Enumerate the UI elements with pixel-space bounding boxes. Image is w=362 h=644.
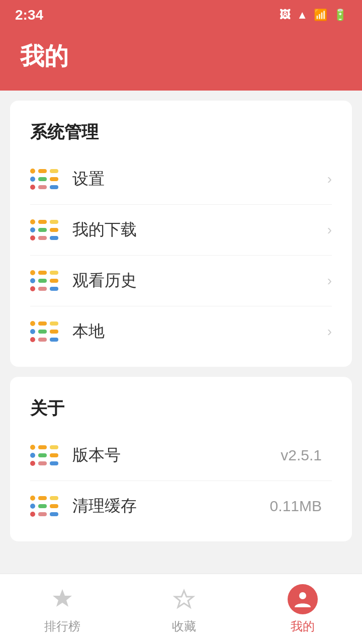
svg-point-0 bbox=[299, 592, 306, 599]
section-title-about: 关于 bbox=[30, 397, 332, 420]
version-icon bbox=[30, 441, 58, 469]
status-bar: 2:34 🖼 ▲ 📶 🔋 bbox=[0, 0, 362, 30]
downloads-icon bbox=[30, 216, 58, 244]
local-label: 本地 bbox=[72, 320, 327, 343]
menu-item-local[interactable]: 本地 › bbox=[30, 306, 332, 357]
menu-item-downloads[interactable]: 我的下载 › bbox=[30, 205, 332, 256]
clear-cache-value: 0.11MB bbox=[270, 498, 322, 515]
menu-item-settings[interactable]: 设置 › bbox=[30, 154, 332, 205]
content-area: 系统管理 设置 › bbox=[0, 91, 362, 644]
nav-item-favorites[interactable]: 收藏 bbox=[169, 584, 199, 634]
downloads-arrow: › bbox=[327, 222, 332, 238]
ranking-label: 排行榜 bbox=[44, 618, 80, 634]
version-label: 版本号 bbox=[72, 444, 281, 466]
system-management-card: 系统管理 设置 › bbox=[10, 101, 352, 367]
status-time: 2:34 bbox=[15, 7, 43, 23]
history-label: 观看历史 bbox=[72, 270, 327, 292]
about-card: 关于 版本号 v2. bbox=[10, 377, 352, 541]
ranking-icon bbox=[47, 584, 77, 614]
favorites-label: 收藏 bbox=[172, 618, 196, 634]
settings-icon bbox=[30, 165, 58, 193]
favorites-icon bbox=[169, 584, 199, 614]
menu-item-clear-cache[interactable]: 清理缓存 0.11MB bbox=[30, 481, 332, 531]
menu-item-history[interactable]: 观看历史 › bbox=[30, 256, 332, 306]
bottom-navigation: 排行榜 收藏 我的 bbox=[0, 574, 362, 644]
header: 我的 bbox=[0, 30, 362, 91]
page-title: 我的 bbox=[20, 40, 342, 72]
history-icon bbox=[30, 267, 58, 295]
history-arrow: › bbox=[327, 273, 332, 289]
mine-nav-icon bbox=[288, 584, 318, 614]
nav-item-ranking[interactable]: 排行榜 bbox=[44, 584, 80, 634]
mine-label: 我的 bbox=[291, 618, 315, 634]
settings-label: 设置 bbox=[72, 168, 327, 190]
image-icon: 🖼 bbox=[280, 9, 291, 22]
clear-cache-label: 清理缓存 bbox=[72, 495, 270, 517]
version-value: v2.5.1 bbox=[281, 447, 322, 464]
local-arrow: › bbox=[327, 324, 332, 340]
settings-arrow: › bbox=[327, 171, 332, 187]
section-title-system: 系统管理 bbox=[30, 121, 332, 144]
nav-item-mine[interactable]: 我的 bbox=[288, 584, 318, 634]
status-icons: 🖼 ▲ 📶 🔋 bbox=[280, 9, 347, 22]
downloads-label: 我的下载 bbox=[72, 219, 327, 241]
local-icon bbox=[30, 317, 58, 346]
wifi-icon: ▲ bbox=[297, 9, 308, 22]
signal-icon: 📶 bbox=[314, 9, 327, 22]
battery-icon: 🔋 bbox=[333, 9, 347, 22]
clear-cache-icon bbox=[30, 492, 58, 520]
menu-item-version: 版本号 v2.5.1 bbox=[30, 430, 332, 481]
